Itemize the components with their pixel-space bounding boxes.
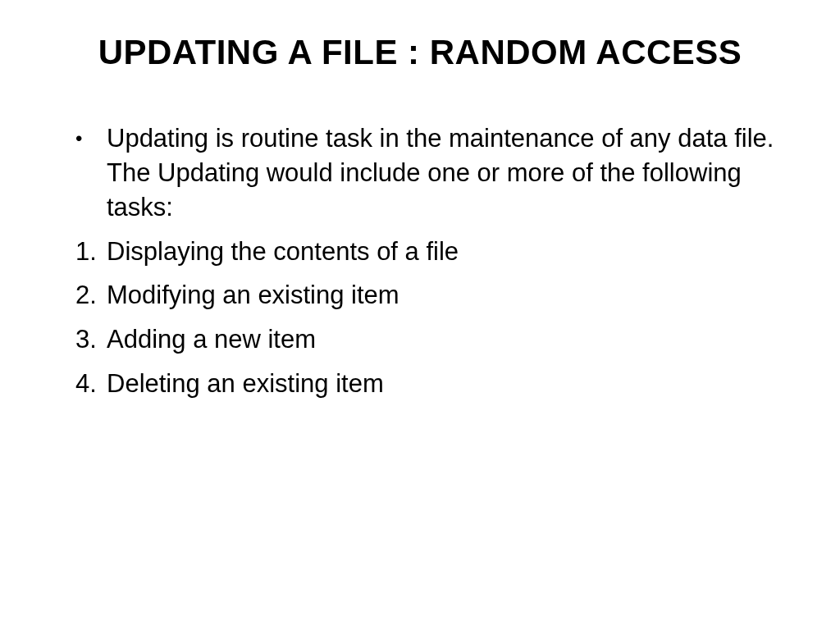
list-text: Displaying the contents of a file [107,235,783,269]
intro-text: Updating is routine task in the maintena… [107,121,783,225]
list-text: Adding a new item [107,322,783,357]
bullet-icon: • [75,121,107,225]
task-list: 1. Displaying the contents of a file 2. … [57,235,783,401]
list-item: 3. Adding a new item [57,322,783,357]
list-item: 4. Deleting an existing item [57,367,783,401]
list-text: Deleting an existing item [107,367,783,401]
slide-content: • Updating is routine task in the mainte… [57,121,783,401]
list-number: 1. [75,235,107,269]
slide-title: UPDATING A FILE : RANDOM ACCESS [57,33,783,72]
list-number: 3. [75,322,107,357]
intro-bullet: • Updating is routine task in the mainte… [57,121,783,225]
list-number: 4. [75,367,107,401]
list-item: 1. Displaying the contents of a file [57,235,783,269]
list-item: 2. Modifying an existing item [57,278,783,313]
list-number: 2. [75,278,107,313]
list-text: Modifying an existing item [107,278,783,313]
